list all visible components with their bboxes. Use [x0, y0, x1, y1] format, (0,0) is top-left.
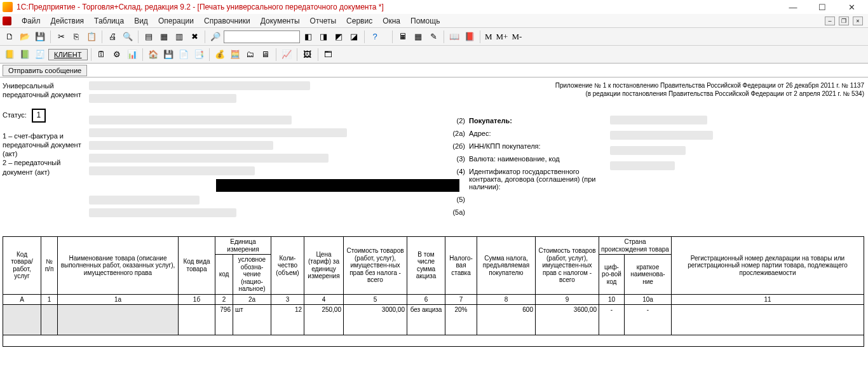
close-button[interactable]: ✕ [843, 1, 860, 13]
tb2-icon-7[interactable]: 🏠 [146, 48, 160, 62]
preview-icon[interactable]: 🔍 [121, 30, 135, 44]
paste-icon[interactable]: 📋 [85, 30, 98, 44]
tb2-icon-6[interactable]: 📊 [125, 48, 139, 62]
open-icon[interactable]: 📂 [18, 30, 32, 44]
minimize-button[interactable]: — [784, 1, 802, 13]
tb2-icon-12[interactable]: 🧮 [228, 48, 242, 62]
currency-label: Валюта: наименование, код [469, 155, 560, 163]
tb2-icon-15[interactable]: 📈 [280, 48, 294, 62]
menu-actions[interactable]: Действия [46, 15, 90, 27]
menu-operations[interactable]: Операции [153, 15, 199, 27]
book-icon[interactable]: 📖 [447, 30, 461, 44]
grid-icon[interactable]: ▦ [411, 30, 425, 44]
app-icon [3, 2, 13, 12]
send-message-button[interactable]: Отправить сообщение [3, 65, 87, 76]
menu-help[interactable]: Помощь [405, 15, 445, 27]
mdi-close[interactable]: × [853, 17, 863, 25]
tb2-icon-8[interactable]: 💾 [161, 48, 175, 62]
book2-icon[interactable]: 📕 [463, 30, 477, 44]
tb2-icon-4[interactable]: 🗓 [95, 48, 109, 62]
delete-icon[interactable]: ✖ [187, 30, 201, 44]
redacted-area [89, 81, 458, 221]
save-icon[interactable]: 💾 [33, 30, 47, 44]
status-value: 1 [32, 109, 46, 123]
menu-view[interactable]: Вид [129, 15, 153, 27]
client-button[interactable]: КЛИЕНТ [48, 49, 88, 60]
tool-icon-4[interactable]: ◧ [301, 30, 315, 44]
document-table: Код товара/ работ, услуг № п/п Наименова… [3, 236, 864, 347]
inn-label: ИНН/КПП покупателя: [469, 142, 541, 150]
address-label: Адрес: [469, 130, 491, 137]
calc-icon[interactable]: 🖩 [396, 30, 410, 44]
menu-reports[interactable]: Отчеты [305, 15, 341, 27]
buyer-label: Покупатель: [469, 117, 512, 124]
new-icon[interactable]: 🗋 [3, 30, 17, 44]
app-icon-small [3, 17, 11, 25]
tb2-icon-3[interactable]: 🧾 [33, 48, 47, 62]
tb2-icon-11[interactable]: 💰 [213, 48, 227, 62]
mem-m[interactable]: M [484, 32, 494, 42]
tb2-icon-14[interactable]: 🖥 [259, 48, 273, 62]
search-icon[interactable]: 🔎 [208, 30, 222, 44]
table-row: 796 шт 12 250,00 3000,00 без акциза 20% … [3, 304, 864, 335]
menu-service[interactable]: Сервис [341, 15, 377, 27]
redacted-right [610, 116, 718, 177]
mdi-restore[interactable]: ❐ [839, 17, 849, 25]
tb2-icon-16[interactable]: 🖼 [301, 48, 315, 62]
tb2-icon-10[interactable]: 📑 [192, 48, 206, 62]
menu-catalogs[interactable]: Справочники [199, 15, 255, 27]
tool-icon-3[interactable]: ▥ [172, 30, 186, 44]
maximize-button[interactable]: ☐ [813, 1, 831, 13]
menu-table[interactable]: Таблица [89, 15, 129, 27]
menu-file[interactable]: Файл [17, 15, 46, 27]
mem-mplus[interactable]: M+ [495, 32, 510, 42]
tb2-icon-1[interactable]: 📒 [3, 48, 17, 62]
status-note: 1 – счет-фактура и передаточный документ… [3, 131, 85, 177]
tb2-icon-13[interactable]: 🗂 [243, 48, 257, 62]
contract-id-label: Идентификатор государственного контракта… [469, 168, 615, 191]
cut-icon[interactable]: ✂ [54, 30, 68, 44]
tool-icon-1[interactable]: ▤ [142, 30, 156, 44]
header-line2: (в редакции постановления Правительства … [555, 90, 864, 98]
mdi-minimize[interactable]: – [825, 17, 835, 25]
help-icon[interactable]: ? [368, 30, 382, 44]
tool-icon-7[interactable]: ◪ [347, 30, 361, 44]
menu-windows[interactable]: Окна [377, 15, 405, 27]
search-input[interactable] [224, 30, 300, 43]
copy-icon[interactable]: ⎘ [69, 30, 83, 44]
menu-documents[interactable]: Документы [255, 15, 305, 27]
tb2-icon-2[interactable]: 📗 [18, 48, 32, 62]
doc-title: Универсальный передаточный документ [3, 81, 85, 100]
status-label: Статус: [3, 111, 27, 119]
mem-mminus[interactable]: M- [510, 32, 523, 42]
tb2-icon-17[interactable]: 🗔 [322, 48, 336, 62]
tb2-icon-9[interactable]: 📄 [177, 48, 191, 62]
tool-icon-5[interactable]: ◨ [316, 30, 330, 44]
print-icon[interactable]: 🖨 [105, 30, 119, 44]
tool-icon-6[interactable]: ◩ [332, 30, 346, 44]
tb2-icon-5[interactable]: ⚙ [110, 48, 124, 62]
window-title: 1С:Предприятие - Торговля+Склад, редакци… [17, 3, 784, 11]
header-line1: Приложение № 1 к постановлению Правитель… [555, 81, 864, 90]
tool-icon-2[interactable]: ▦ [157, 30, 171, 44]
edit-icon[interactable]: ✎ [426, 30, 440, 44]
